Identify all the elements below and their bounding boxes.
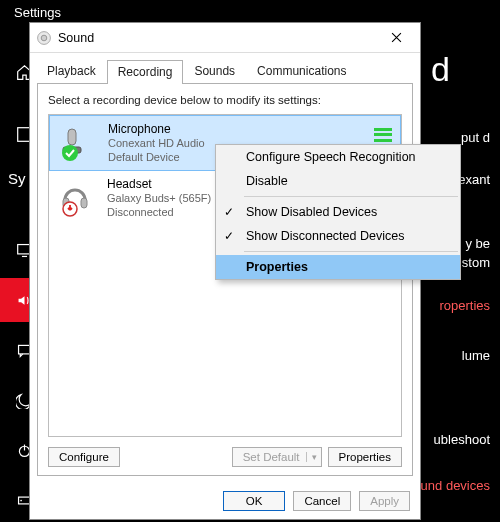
ok-button[interactable]: OK [223, 491, 286, 511]
menu-separator [244, 196, 458, 197]
device-driver: Galaxy Buds+ (565F) H [107, 191, 222, 205]
tab-playback[interactable]: Playback [36, 59, 107, 83]
svg-rect-8 [68, 129, 76, 145]
configure-button[interactable]: Configure [48, 447, 120, 467]
device-status: Default Device [108, 150, 205, 164]
set-default-button[interactable]: Set Default ▾ [232, 447, 322, 467]
headset-icon [57, 178, 97, 218]
svg-point-10 [62, 145, 78, 161]
menu-item-properties[interactable]: Properties [216, 255, 460, 279]
bg-text-exant: exant [458, 172, 490, 187]
svg-rect-12 [81, 198, 87, 208]
tab-body: Select a recording device below to modif… [37, 84, 413, 476]
menu-item-label: Show Disabled Devices [246, 205, 377, 219]
menu-item-show-disabled[interactable]: ✓ Show Disabled Devices [216, 200, 460, 224]
titlebar[interactable]: Sound [30, 23, 420, 53]
bg-link-troubleshoot[interactable]: ubleshoot [434, 432, 490, 447]
tab-sounds[interactable]: Sounds [183, 59, 246, 83]
page-header-fragment: d [431, 50, 450, 89]
chevron-down-icon[interactable]: ▾ [306, 452, 317, 462]
svg-point-5 [20, 499, 22, 501]
menu-item-show-disconnected[interactable]: ✓ Show Disconnected Devices [216, 224, 460, 248]
bg-link-sound-devices[interactable]: ound devices [413, 478, 490, 493]
properties-button[interactable]: Properties [328, 447, 402, 467]
device-driver: Conexant HD Audio [108, 136, 205, 150]
set-default-label: Set Default [243, 451, 300, 463]
menu-item-disable[interactable]: Disable [216, 169, 460, 193]
close-button[interactable] [378, 24, 414, 52]
device-status: Disconnected [107, 205, 222, 219]
tab-communications[interactable]: Communications [246, 59, 357, 83]
dialog-title: Sound [58, 31, 94, 45]
prompt-text: Select a recording device below to modif… [48, 94, 402, 106]
device-name: Microphone [108, 122, 205, 136]
speaker-icon [36, 30, 52, 46]
check-icon: ✓ [224, 229, 234, 243]
dialog-buttons: OK Cancel Apply [30, 483, 420, 519]
cancel-button[interactable]: Cancel [293, 491, 351, 511]
device-text: Microphone Conexant HD Audio Default Dev… [108, 122, 205, 164]
menu-item-configure-sr[interactable]: Configure Speech Recognition [216, 145, 460, 169]
menu-separator [244, 251, 458, 252]
device-name: Headset [107, 177, 222, 191]
context-menu: Configure Speech Recognition Disable ✓ S… [215, 144, 461, 280]
menu-item-label: Show Disconnected Devices [246, 229, 404, 243]
bg-text-volume: lume [462, 348, 490, 363]
check-icon: ✓ [224, 205, 234, 219]
tab-recording[interactable]: Recording [107, 60, 184, 84]
bottom-buttons: Configure Set Default ▾ Properties [48, 447, 402, 467]
apply-button[interactable]: Apply [359, 491, 410, 511]
bg-text-ybe: y be [465, 236, 490, 251]
device-text: Headset Galaxy Buds+ (565F) H Disconnect… [107, 177, 222, 219]
tabs: Playback Recording Sounds Communications [30, 59, 420, 83]
bg-text-output: put d [461, 130, 490, 145]
microphone-icon [58, 123, 98, 163]
bg-link-properties[interactable]: roperties [439, 298, 490, 313]
svg-point-7 [41, 35, 47, 41]
